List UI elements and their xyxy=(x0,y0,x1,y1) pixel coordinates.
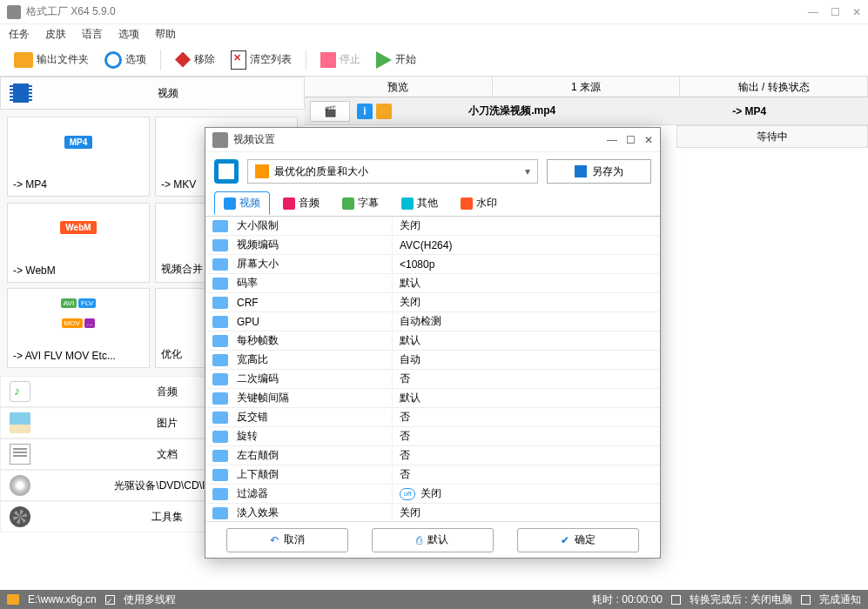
setting-value[interactable]: 关闭 xyxy=(392,217,660,235)
output-path[interactable]: E:\www.x6g.cn xyxy=(28,593,97,606)
statusbar-folder-icon[interactable] xyxy=(7,594,19,605)
cancel-button[interactable]: ↶取消 xyxy=(226,528,348,552)
menu-help[interactable]: 帮助 xyxy=(155,27,176,42)
setting-value[interactable]: 否 xyxy=(392,446,660,465)
minimize-button[interactable]: — xyxy=(808,6,818,18)
setting-value[interactable]: 否 xyxy=(392,370,660,388)
menu-options[interactable]: 选项 xyxy=(118,27,139,42)
menu-language[interactable]: 语言 xyxy=(82,27,103,42)
setting-key: 旋转 xyxy=(235,429,392,444)
maximize-button[interactable]: ☐ xyxy=(831,6,840,18)
save-as-button[interactable]: 另存为 xyxy=(547,159,651,184)
header-preview: 预览 xyxy=(305,77,493,97)
setting-row[interactable]: CRF关闭 xyxy=(205,293,660,312)
setting-key: CRF xyxy=(235,297,392,309)
close-button[interactable]: ✕ xyxy=(852,6,861,18)
setting-row[interactable]: 每秒帧数默认 xyxy=(205,331,660,351)
setting-row[interactable]: 左右颠倒否 xyxy=(205,446,660,465)
setting-icon xyxy=(212,278,228,290)
setting-value[interactable]: 默认 xyxy=(392,331,660,350)
setting-value[interactable]: 否 xyxy=(392,465,660,484)
header-output: 输出 / 转换状态 xyxy=(680,77,868,97)
multithread-checkbox[interactable] xyxy=(105,595,115,605)
chevron-down-icon: ▾ xyxy=(525,165,530,177)
remove-icon xyxy=(175,52,191,68)
setting-row[interactable]: 屏幕大小<1080p xyxy=(205,255,660,274)
film-icon xyxy=(10,84,32,103)
setting-value[interactable]: 关闭 xyxy=(392,504,660,521)
setting-value[interactable]: 默认 xyxy=(392,274,660,292)
play-icon xyxy=(376,51,392,69)
setting-value[interactable]: AVC(H264) xyxy=(392,236,660,254)
tab-audio[interactable]: 音频 xyxy=(273,191,329,215)
menubar: 任务 皮肤 语言 选项 帮助 xyxy=(0,24,868,44)
setting-icon xyxy=(212,412,228,424)
setting-value[interactable]: 自动 xyxy=(392,351,660,369)
setting-row[interactable]: 码率默认 xyxy=(205,274,660,293)
clear-list-button[interactable]: 清空列表 xyxy=(225,48,297,72)
file-row[interactable]: 🎬 i 小刀洗澡视频.mp4 -> MP4 xyxy=(305,97,868,125)
setting-icon xyxy=(212,450,228,462)
setting-value[interactable]: 否 xyxy=(392,408,660,426)
setting-icon xyxy=(212,488,228,500)
dialog-maximize[interactable]: ☐ xyxy=(626,134,636,146)
notify-label: 完成通知 xyxy=(819,592,861,607)
setting-row[interactable]: 二次编码否 xyxy=(205,370,660,389)
header-source: 1 来源 xyxy=(493,77,681,97)
setting-value[interactable]: 自动检测 xyxy=(392,312,660,331)
ok-button[interactable]: ✔确定 xyxy=(517,528,639,552)
subtitle-tab-icon xyxy=(342,197,354,210)
setting-icon xyxy=(212,220,228,232)
default-button[interactable]: ⎙默认 xyxy=(372,528,494,552)
setting-key: 视频编码 xyxy=(235,238,392,252)
image-icon xyxy=(10,412,30,433)
tab-video[interactable]: 视频 xyxy=(214,191,270,215)
dialog-close[interactable]: ✕ xyxy=(644,134,653,146)
tab-watermark[interactable]: 水印 xyxy=(451,191,507,215)
menu-task[interactable]: 任务 xyxy=(9,27,30,42)
setting-row[interactable]: 视频编码AVC(H264) xyxy=(205,236,660,255)
dialog-minimize[interactable]: — xyxy=(607,134,617,146)
setting-value[interactable]: 关闭 xyxy=(392,293,660,311)
setting-value[interactable]: <1080p xyxy=(392,255,660,273)
category-video-header[interactable]: 视频 xyxy=(0,77,305,110)
setting-row[interactable]: 宽高比自动 xyxy=(205,351,660,370)
notify-checkbox[interactable] xyxy=(801,595,811,605)
setting-value[interactable]: 否 xyxy=(392,427,660,445)
setting-row[interactable]: GPU自动检测 xyxy=(205,312,660,331)
app-icon xyxy=(7,5,21,19)
profile-select[interactable]: 最优化的质量和大小 ▾ xyxy=(247,159,538,184)
tab-subtitle[interactable]: 字幕 xyxy=(333,191,388,215)
menu-skin[interactable]: 皮肤 xyxy=(45,27,66,42)
setting-value[interactable]: 默认 xyxy=(392,389,660,407)
setting-row[interactable]: 旋转否 xyxy=(205,427,660,446)
audio-icon xyxy=(10,381,30,402)
open-folder-icon[interactable] xyxy=(376,104,392,119)
tile-webm[interactable]: WebM-> WebM xyxy=(7,203,150,283)
setting-key: 过滤器 xyxy=(235,486,392,501)
setting-row[interactable]: 大小限制关闭 xyxy=(205,217,660,236)
setting-row[interactable]: 过滤器off关闭 xyxy=(205,485,660,504)
start-button[interactable]: 开始 xyxy=(371,49,421,71)
video-settings-dialog: 视频设置 — ☐ ✕ 最优化的质量和大小 ▾ 另存为 视频 音频 字幕 其他 水… xyxy=(205,127,661,559)
setting-row[interactable]: 淡入效果关闭 xyxy=(205,504,660,521)
setting-icon xyxy=(212,239,228,251)
tile-mp4[interactable]: MP4-> MP4 xyxy=(7,117,150,197)
setting-row[interactable]: 关键帧间隔默认 xyxy=(205,389,660,408)
setting-row[interactable]: 反交错否 xyxy=(205,408,660,427)
tab-other[interactable]: 其他 xyxy=(392,191,447,215)
remove-button[interactable]: 移除 xyxy=(170,50,220,70)
after-convert-checkbox[interactable] xyxy=(671,595,681,605)
info-icon[interactable]: i xyxy=(357,104,373,119)
stop-button[interactable]: 停止 xyxy=(315,50,366,70)
profile-icon xyxy=(214,159,239,184)
setting-icon xyxy=(212,335,228,347)
tile-avi-etc[interactable]: AVIFLVMOV...-> AVI FLV MOV Etc... xyxy=(7,288,150,368)
setting-row[interactable]: 上下颠倒否 xyxy=(205,465,660,485)
setting-key: 左右颠倒 xyxy=(235,448,392,463)
setting-icon xyxy=(212,373,228,385)
setting-value[interactable]: off关闭 xyxy=(392,485,660,503)
dialog-icon xyxy=(212,132,228,148)
output-folder-button[interactable]: 输出文件夹 xyxy=(9,50,94,70)
options-button[interactable]: 选项 xyxy=(99,49,151,71)
